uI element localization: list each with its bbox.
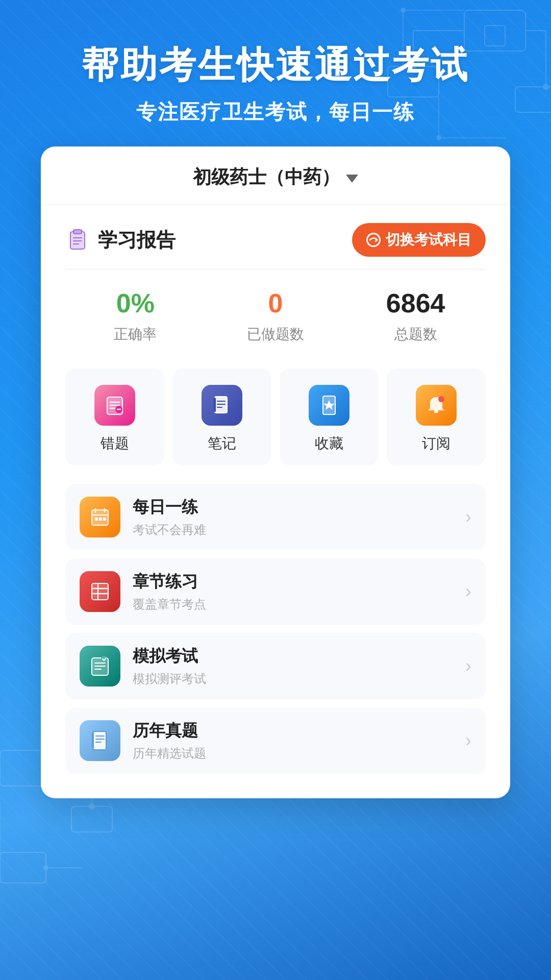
svg-rect-69 bbox=[92, 732, 94, 749]
hero-subtitle: 专注医疗卫生考试，每日一练 bbox=[0, 98, 551, 126]
mock-subtitle: 模拟测评考试 bbox=[133, 671, 453, 687]
subscribe-label: 订阅 bbox=[422, 434, 450, 453]
svg-rect-39 bbox=[214, 398, 216, 412]
chapter-text: 章节练习 覆盖章节考点 bbox=[133, 571, 453, 612]
quick-grid: 错题 笔记 bbox=[65, 369, 486, 465]
stat-total-label: 总题数 bbox=[345, 325, 486, 344]
stat-total-value: 6864 bbox=[345, 288, 486, 318]
notes-icon bbox=[202, 385, 242, 426]
mistakes-label: 错题 bbox=[101, 434, 129, 453]
switch-subject-button[interactable]: 切换考试科目 bbox=[352, 223, 486, 257]
quick-item-notes[interactable]: 笔记 bbox=[172, 369, 271, 465]
report-title-group: 学习报告 bbox=[65, 227, 176, 253]
svg-rect-56 bbox=[92, 583, 108, 600]
report-section: 学习报告 切换考试科目 0% 正确率 0 已做题数 bbox=[41, 205, 510, 344]
svg-point-47 bbox=[438, 396, 444, 402]
mock-icon bbox=[80, 646, 120, 687]
daily-text: 每日一练 考试不会再难 bbox=[133, 496, 453, 538]
favorites-label: 收藏 bbox=[315, 434, 343, 453]
daily-title: 每日一练 bbox=[133, 496, 453, 519]
svg-rect-19 bbox=[71, 806, 112, 832]
report-title: 学习报告 bbox=[98, 227, 176, 253]
switch-icon bbox=[366, 233, 381, 247]
svg-rect-22 bbox=[0, 852, 46, 883]
divider bbox=[65, 269, 486, 270]
report-icon bbox=[65, 228, 90, 252]
subject-name: 初级药士（中药） bbox=[193, 165, 340, 190]
stats-row: 0% 正确率 0 已做题数 6864 总题数 bbox=[65, 288, 486, 344]
hero-title: 帮助考生快速通过考试 bbox=[0, 41, 551, 90]
report-header: 学习报告 切换考试科目 bbox=[65, 223, 486, 257]
menu-item-mock[interactable]: 模拟考试 模拟测评考试 › bbox=[65, 633, 486, 699]
quick-item-favorites[interactable]: 收藏 bbox=[280, 369, 379, 465]
daily-chevron-icon: › bbox=[465, 506, 471, 528]
mistakes-icon bbox=[94, 385, 135, 426]
menu-item-past-exams[interactable]: 历年真题 历年精选试题 › bbox=[65, 707, 486, 774]
svg-point-24 bbox=[43, 865, 48, 870]
past-exams-title: 历年真题 bbox=[133, 720, 453, 742]
stat-done: 0 已做题数 bbox=[206, 288, 346, 344]
chapter-title: 章节练习 bbox=[133, 571, 453, 593]
dropdown-arrow-icon bbox=[346, 175, 358, 183]
chapter-chevron-icon: › bbox=[465, 581, 471, 602]
mock-title: 模拟考试 bbox=[133, 645, 453, 668]
stat-accuracy-value: 0% bbox=[65, 288, 206, 318]
svg-point-20 bbox=[89, 803, 95, 810]
quick-item-subscribe[interactable]: 订阅 bbox=[387, 369, 486, 465]
chapter-subtitle: 覆盖章节考点 bbox=[133, 596, 453, 612]
menu-item-daily[interactable]: 每日一练 考试不会再难 › bbox=[65, 484, 486, 550]
past-exams-chevron-icon: › bbox=[465, 730, 471, 751]
switch-btn-label: 切换考试科目 bbox=[386, 230, 471, 250]
svg-rect-53 bbox=[95, 518, 98, 521]
past-exams-subtitle: 历年精选试题 bbox=[133, 745, 453, 762]
subject-selector[interactable]: 初级药士（中药） bbox=[41, 146, 510, 205]
svg-rect-46 bbox=[434, 410, 438, 413]
past-exams-text: 历年真题 历年精选试题 bbox=[133, 720, 453, 762]
notes-label: 笔记 bbox=[208, 434, 236, 453]
stat-accuracy: 0% 正确率 bbox=[65, 288, 206, 344]
svg-point-66 bbox=[101, 656, 107, 662]
hero-section: 帮助考生快速通过考试 专注医疗卫生考试，每日一练 bbox=[0, 0, 551, 146]
stat-total: 6864 总题数 bbox=[345, 288, 486, 344]
chapter-icon bbox=[80, 571, 120, 612]
main-card: 初级药士（中药） 学习报告 bbox=[41, 146, 510, 798]
quick-item-mistakes[interactable]: 错题 bbox=[65, 369, 164, 465]
svg-rect-26 bbox=[73, 230, 82, 234]
mock-text: 模拟考试 模拟测评考试 bbox=[133, 645, 453, 687]
favorites-icon bbox=[309, 385, 349, 426]
svg-rect-55 bbox=[103, 518, 106, 521]
subscribe-icon bbox=[416, 385, 457, 426]
daily-icon bbox=[80, 497, 120, 537]
stat-accuracy-label: 正确率 bbox=[65, 325, 206, 344]
daily-subtitle: 考试不会再难 bbox=[133, 522, 453, 538]
menu-list: 每日一练 考试不会再难 › 章节练习 覆盖章节考点 › bbox=[41, 484, 510, 774]
mock-chevron-icon: › bbox=[465, 655, 471, 677]
stat-done-value: 0 bbox=[206, 288, 346, 318]
menu-item-chapter[interactable]: 章节练习 覆盖章节考点 › bbox=[65, 558, 486, 625]
past-exams-icon bbox=[80, 720, 120, 761]
stat-done-label: 已做题数 bbox=[206, 325, 346, 344]
svg-rect-67 bbox=[93, 731, 106, 750]
svg-rect-54 bbox=[99, 518, 102, 521]
